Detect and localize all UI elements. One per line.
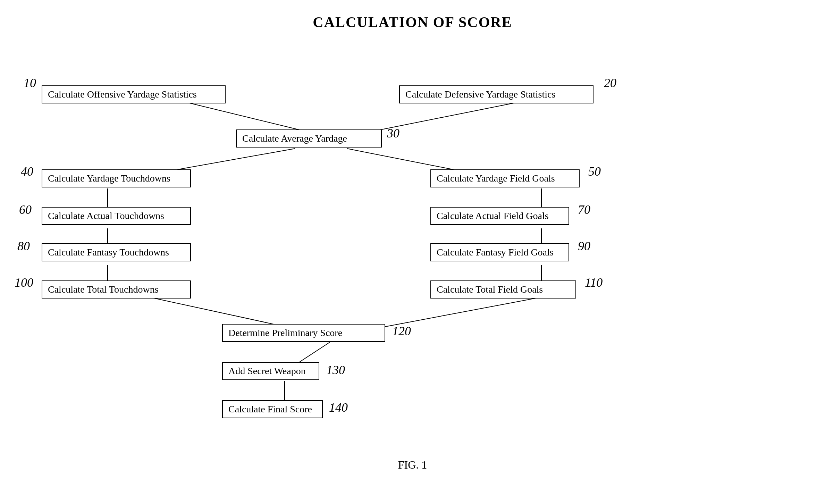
label-20: 20	[604, 76, 616, 90]
label-90: 90	[578, 239, 590, 253]
label-10: 10	[24, 76, 36, 90]
box-actual-td: Calculate Actual Touchdowns	[42, 207, 191, 225]
svg-line-10	[149, 297, 288, 327]
box-yardage-fg: Calculate Yardage Field Goals	[430, 169, 580, 187]
label-70: 70	[578, 202, 590, 217]
box-fantasy-td: Calculate Fantasy Touchdowns	[42, 243, 191, 261]
box-total-td: Calculate Total Touchdowns	[42, 280, 191, 299]
box-yardage-td: Calculate Yardage Touchdowns	[42, 169, 191, 187]
box-fantasy-fg: Calculate Fantasy Field Goals	[430, 243, 569, 261]
box-prelim-score: Determine Preliminary Score	[222, 324, 385, 342]
label-30: 30	[387, 126, 399, 141]
svg-line-0	[184, 102, 312, 133]
box-actual-fg: Calculate Actual Field Goals	[430, 207, 569, 225]
box-offensive: Calculate Offensive Yardage Statistics	[42, 85, 226, 103]
label-100: 100	[15, 275, 33, 290]
label-40: 40	[21, 164, 33, 179]
label-140: 140	[329, 400, 348, 415]
label-80: 80	[17, 239, 30, 253]
label-110: 110	[585, 275, 603, 290]
label-120: 120	[392, 324, 411, 338]
box-total-fg: Calculate Total Field Goals	[430, 280, 576, 299]
box-final-score: Calculate Final Score	[222, 400, 323, 418]
box-defensive: Calculate Defensive Yardage Statistics	[399, 85, 594, 103]
label-60: 60	[19, 202, 32, 217]
svg-line-11	[382, 297, 541, 327]
fig-label: FIG. 1	[398, 459, 427, 471]
box-secret-weapon: Add Secret Weapon	[222, 362, 319, 380]
label-50: 50	[588, 164, 601, 179]
box-avg-yardage: Calculate Average Yardage	[236, 129, 382, 148]
label-130: 130	[326, 363, 345, 377]
page-title: CALCULATION OF SCORE	[0, 14, 825, 31]
